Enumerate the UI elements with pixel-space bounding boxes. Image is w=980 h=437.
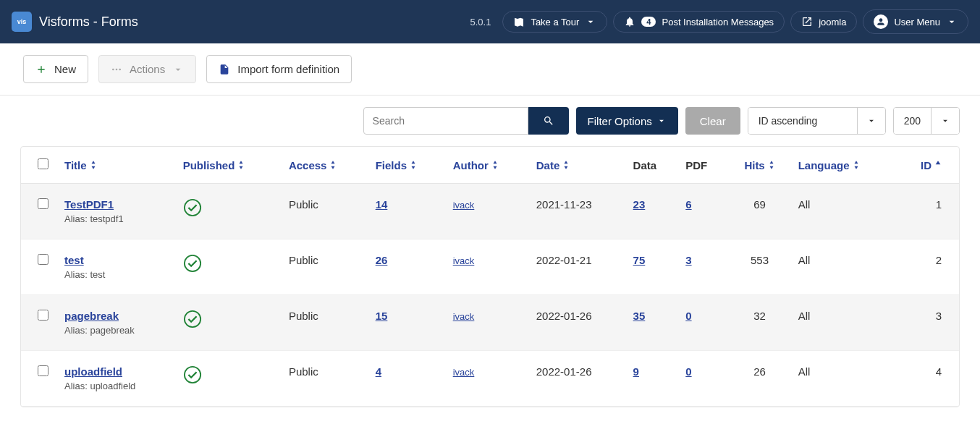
chevron-down-icon xyxy=(172,64,184,75)
search-icon xyxy=(543,115,554,127)
data-link[interactable]: 75 xyxy=(633,254,646,266)
id-cell: 3 xyxy=(896,295,959,351)
table-row: uploadfield Alias: uploadfield Public 4 … xyxy=(21,351,959,407)
date-cell: 2022-01-26 xyxy=(529,295,626,351)
language-cell: All xyxy=(791,184,896,239)
published-status-icon[interactable] xyxy=(183,310,202,328)
id-cell: 4 xyxy=(896,351,959,407)
col-data: Data xyxy=(626,147,679,184)
table-row: test Alias: test Public 26 ivack 2022-01… xyxy=(21,239,959,295)
col-fields[interactable]: Fields xyxy=(376,159,417,171)
row-checkbox[interactable] xyxy=(38,310,48,321)
ellipsis-icon xyxy=(111,64,122,75)
data-link[interactable]: 23 xyxy=(633,198,646,211)
user-avatar-icon xyxy=(874,14,888,29)
col-hits[interactable]: Hits xyxy=(744,159,774,171)
take-tour-button[interactable]: Take a Tour xyxy=(502,11,607,33)
joomla-version: 5.0.1 xyxy=(466,17,491,27)
data-link[interactable]: 35 xyxy=(633,310,646,322)
row-checkbox[interactable] xyxy=(38,254,48,265)
svg-point-1 xyxy=(116,68,118,70)
svg-point-5 xyxy=(185,311,200,327)
fields-link[interactable]: 14 xyxy=(376,198,388,211)
author-link[interactable]: ivack xyxy=(453,200,475,211)
actions-button[interactable]: Actions xyxy=(98,55,196,83)
chevron-down-icon xyxy=(857,108,885,134)
page-title: Visforms - Forms xyxy=(39,14,466,30)
external-link-icon xyxy=(801,16,813,27)
col-date[interactable]: Date xyxy=(536,159,570,171)
form-title-link[interactable]: TestPDF1 xyxy=(64,198,114,211)
form-title-link[interactable]: pagebreak xyxy=(64,310,119,322)
date-cell: 2022-01-21 xyxy=(529,239,626,295)
svg-point-2 xyxy=(119,68,121,70)
document-icon xyxy=(219,64,230,75)
language-cell: All xyxy=(791,295,896,351)
header-actions: 5.0.1 Take a Tour 4 Post Installation Me… xyxy=(466,9,968,34)
plus-icon xyxy=(35,64,47,75)
fields-link[interactable]: 4 xyxy=(376,365,381,378)
search-group xyxy=(363,107,569,135)
form-title-link[interactable]: uploadfield xyxy=(64,365,122,378)
col-author[interactable]: Author xyxy=(453,159,499,171)
row-checkbox[interactable] xyxy=(38,198,48,209)
date-cell: 2021-11-23 xyxy=(529,184,626,239)
chevron-down-icon xyxy=(946,16,958,27)
form-title-link[interactable]: test xyxy=(64,254,84,266)
post-installation-button[interactable]: 4 Post Installation Messages xyxy=(613,11,785,33)
pdf-link[interactable]: 6 xyxy=(685,198,691,211)
language-cell: All xyxy=(791,351,896,407)
search-input[interactable] xyxy=(363,107,528,135)
published-status-icon[interactable] xyxy=(183,198,202,217)
access-cell: Public xyxy=(282,295,368,351)
toolbar: New Actions Import form definition xyxy=(0,43,980,96)
pdf-link[interactable]: 3 xyxy=(685,254,691,266)
hits-cell: 32 xyxy=(728,295,790,351)
author-link[interactable]: ivack xyxy=(453,255,475,266)
author-link[interactable]: ivack xyxy=(453,311,475,322)
author-link[interactable]: ivack xyxy=(453,367,475,378)
pdf-link[interactable]: 0 xyxy=(685,365,691,378)
brand-logo: vis xyxy=(12,12,32,32)
col-language[interactable]: Language xyxy=(798,159,860,171)
form-alias: Alias: test xyxy=(64,269,169,280)
form-alias: Alias: uploadfield xyxy=(64,381,169,391)
search-button[interactable] xyxy=(528,107,569,135)
joomla-link-button[interactable]: joomla xyxy=(790,11,857,33)
col-pdf: PDF xyxy=(678,147,728,184)
col-access[interactable]: Access xyxy=(289,159,337,171)
clear-button[interactable]: Clear xyxy=(685,107,740,135)
filter-options-button[interactable]: Filter Options xyxy=(576,107,678,135)
col-title[interactable]: Title xyxy=(64,159,97,171)
published-status-icon[interactable] xyxy=(183,365,202,384)
date-cell: 2022-01-26 xyxy=(529,351,626,407)
forms-table-wrap: Title Published Access Fields Author Dat… xyxy=(20,146,960,407)
access-cell: Public xyxy=(282,351,368,407)
table-row: pagebreak Alias: pagebreak Public 15 iva… xyxy=(21,295,959,351)
access-cell: Public xyxy=(282,184,368,239)
fields-link[interactable]: 26 xyxy=(376,254,388,266)
hits-cell: 553 xyxy=(728,239,790,295)
data-link[interactable]: 9 xyxy=(633,365,639,378)
new-button[interactable]: New xyxy=(23,55,88,83)
limit-select[interactable]: 200 xyxy=(893,107,960,135)
id-cell: 1 xyxy=(896,184,959,239)
fields-link[interactable]: 15 xyxy=(376,310,388,322)
chevron-down-icon xyxy=(931,108,959,134)
user-menu-button[interactable]: User Menu xyxy=(863,9,968,34)
form-alias: Alias: pagebreak xyxy=(64,325,169,336)
access-cell: Public xyxy=(282,239,368,295)
chevron-down-icon xyxy=(656,116,667,126)
col-published[interactable]: Published xyxy=(183,159,245,171)
notification-badge: 4 xyxy=(641,17,656,27)
col-id[interactable]: ID xyxy=(921,159,942,171)
import-button[interactable]: Import form definition xyxy=(206,55,352,83)
select-all-checkbox[interactable] xyxy=(38,158,48,169)
row-checkbox[interactable] xyxy=(38,365,48,376)
id-cell: 2 xyxy=(896,239,959,295)
published-status-icon[interactable] xyxy=(183,254,202,273)
pdf-link[interactable]: 0 xyxy=(685,310,691,322)
svg-point-3 xyxy=(185,200,200,216)
sort-select[interactable]: ID ascending xyxy=(748,107,886,135)
svg-point-6 xyxy=(185,367,200,383)
